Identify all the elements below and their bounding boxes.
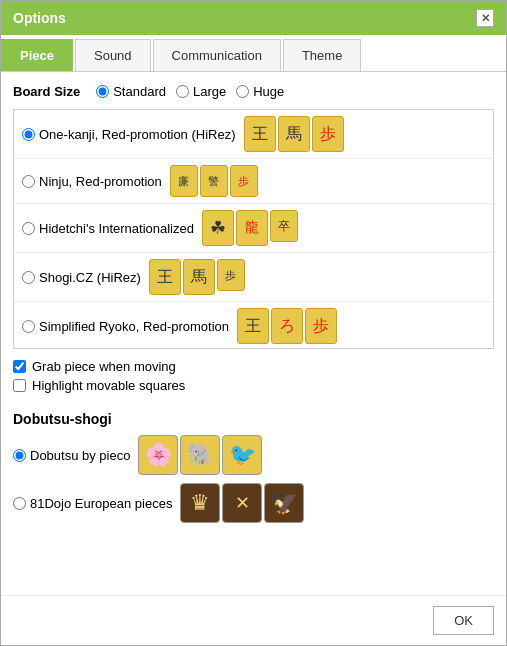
content-area: Board Size Standard Large Huge One-kanji… (1, 72, 506, 595)
piece-radio-ninju[interactable]: Ninju, Red-promotion (22, 174, 162, 189)
dobutsu-radio-european[interactable]: 81Dojo European pieces (13, 496, 172, 511)
board-size-large-radio[interactable] (176, 85, 189, 98)
piece-tile: 歩 (305, 308, 337, 344)
piece-tile: 龍 (236, 210, 268, 246)
dobutsu-pieco-label: Dobutsu by pieco (30, 448, 130, 463)
piece-tile: 歩 (230, 165, 258, 197)
highlight-label[interactable]: Highlight movable squares (13, 378, 494, 393)
piece-radio-ninju-input[interactable] (22, 175, 35, 188)
piece-radio-shogi-cz[interactable]: Shogi.CZ (HiRez) (22, 270, 141, 285)
title-bar: Options ✕ (1, 1, 506, 35)
highlight-text: Highlight movable squares (32, 378, 185, 393)
board-size-large[interactable]: Large (176, 84, 226, 99)
dobutsu-tile: ♛ (180, 483, 220, 523)
piece-tile: 歩 (217, 259, 245, 291)
piece-option-hidetchi: Hidetchi's Internationalized ☘ 龍 卒 (14, 204, 493, 253)
piece-tile: 王 (244, 116, 276, 152)
board-size-large-label: Large (193, 84, 226, 99)
piece-set-list[interactable]: One-kanji, Red-promotion (HiRez) 王 馬 歩 N… (13, 109, 494, 349)
piece-radio-shogi-cz-input[interactable] (22, 271, 35, 284)
piece-label-hidetchi: Hidetchi's Internationalized (39, 221, 194, 236)
dialog-title: Options (13, 10, 66, 26)
piece-option-simplified-ryoko: Simplified Ryoko, Red-promotion 王 ろ 歩 (14, 302, 493, 349)
grab-piece-checkbox[interactable] (13, 360, 26, 373)
close-button[interactable]: ✕ (476, 9, 494, 27)
options-dialog: Options ✕ Piece Sound Communication Them… (0, 0, 507, 646)
board-size-standard-radio[interactable] (96, 85, 109, 98)
dobutsu-radio-pieco-input[interactable] (13, 449, 26, 462)
piece-images-one-kanji: 王 馬 歩 (244, 116, 344, 152)
piece-tile: ☘ (202, 210, 234, 246)
piece-tile: ろ (271, 308, 303, 344)
piece-tile: 馬 (183, 259, 215, 295)
dobutsu-radio-pieco[interactable]: Dobutsu by pieco (13, 448, 130, 463)
dobutsu-section: Dobutsu-shogi Dobutsu by pieco 🌸 🐘 🐦 81D… (13, 411, 494, 531)
dobutsu-european-label: 81Dojo European pieces (30, 496, 172, 511)
dobutsu-tile: 🐘 (180, 435, 220, 475)
piece-radio-one-kanji-input[interactable] (22, 128, 35, 141)
dobutsu-tile: ✕ (222, 483, 262, 523)
piece-images-hidetchi: ☘ 龍 卒 (202, 210, 298, 246)
piece-label-simplified-ryoko: Simplified Ryoko, Red-promotion (39, 319, 229, 334)
piece-radio-hidetchi[interactable]: Hidetchi's Internationalized (22, 221, 194, 236)
piece-radio-simplified-ryoko[interactable]: Simplified Ryoko, Red-promotion (22, 319, 229, 334)
piece-tile: 廉 (170, 165, 198, 197)
tab-piece[interactable]: Piece (1, 39, 73, 71)
highlight-checkbox[interactable] (13, 379, 26, 392)
footer: OK (1, 595, 506, 645)
piece-option-one-kanji: One-kanji, Red-promotion (HiRez) 王 馬 歩 (14, 110, 493, 159)
board-size-huge-label: Huge (253, 84, 284, 99)
piece-option-ninju: Ninju, Red-promotion 廉 警 歩 (14, 159, 493, 204)
piece-radio-simplified-ryoko-input[interactable] (22, 320, 35, 333)
piece-tile: 王 (149, 259, 181, 295)
dobutsu-option-pieco: Dobutsu by pieco 🌸 🐘 🐦 (13, 435, 494, 475)
piece-label-one-kanji: One-kanji, Red-promotion (HiRez) (39, 127, 236, 142)
board-size-standard-label: Standard (113, 84, 166, 99)
piece-tile: 王 (237, 308, 269, 344)
dobutsu-images-european: ♛ ✕ 🦅 (180, 483, 304, 523)
piece-tile: 卒 (270, 210, 298, 242)
piece-images-ninju: 廉 警 歩 (170, 165, 258, 197)
board-size-label: Board Size (13, 84, 80, 99)
piece-tile: 歩 (312, 116, 344, 152)
piece-tile: 警 (200, 165, 228, 197)
dobutsu-images-pieco: 🌸 🐘 🐦 (138, 435, 262, 475)
ok-button[interactable]: OK (433, 606, 494, 635)
grab-piece-label[interactable]: Grab piece when moving (13, 359, 494, 374)
piece-tile: 馬 (278, 116, 310, 152)
piece-label-shogi-cz: Shogi.CZ (HiRez) (39, 270, 141, 285)
tab-bar: Piece Sound Communication Theme (1, 35, 506, 72)
piece-images-simplified-ryoko: 王 ろ 歩 (237, 308, 337, 344)
piece-images-shogi-cz: 王 馬 歩 (149, 259, 245, 295)
board-size-standard[interactable]: Standard (96, 84, 166, 99)
dobutsu-radio-european-input[interactable] (13, 497, 26, 510)
dobutsu-option-european: 81Dojo European pieces ♛ ✕ 🦅 (13, 483, 494, 523)
board-size-huge-radio[interactable] (236, 85, 249, 98)
piece-label-ninju: Ninju, Red-promotion (39, 174, 162, 189)
dobutsu-tile: 🦅 (264, 483, 304, 523)
tab-sound[interactable]: Sound (75, 39, 151, 71)
tab-theme[interactable]: Theme (283, 39, 361, 71)
checkbox-section: Grab piece when moving Highlight movable… (13, 359, 494, 397)
grab-piece-text: Grab piece when moving (32, 359, 176, 374)
dobutsu-tile: 🌸 (138, 435, 178, 475)
board-size-huge[interactable]: Huge (236, 84, 284, 99)
piece-option-shogi-cz: Shogi.CZ (HiRez) 王 馬 歩 (14, 253, 493, 302)
piece-radio-one-kanji[interactable]: One-kanji, Red-promotion (HiRez) (22, 127, 236, 142)
dobutsu-tile: 🐦 (222, 435, 262, 475)
board-size-row: Board Size Standard Large Huge (13, 84, 494, 99)
dobutsu-title: Dobutsu-shogi (13, 411, 494, 427)
tab-communication[interactable]: Communication (153, 39, 281, 71)
piece-radio-hidetchi-input[interactable] (22, 222, 35, 235)
